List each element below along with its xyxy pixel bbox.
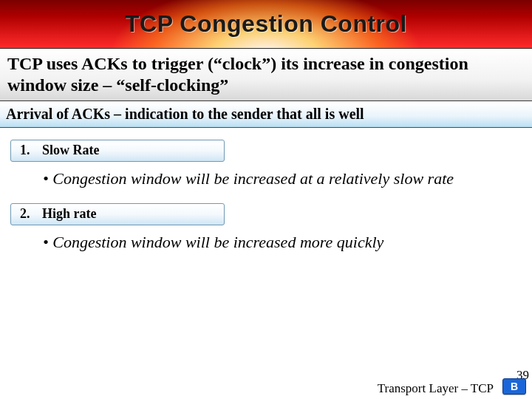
- list-item-2: 2. High rate: [10, 203, 225, 225]
- intro-text: TCP uses ACKs to trigger (“clock”) its i…: [7, 53, 525, 96]
- item-label: High rate: [42, 206, 97, 221]
- item-bullet: • Congestion window will be increased at…: [10, 162, 522, 203]
- item-number: 1.: [20, 143, 39, 158]
- slide-title: TCP Congestion Control: [125, 10, 407, 38]
- footer-label: Transport Layer – TCP: [378, 381, 494, 396]
- item-number: 2.: [20, 206, 39, 222]
- item-label: Slow Rate: [42, 143, 100, 157]
- back-button[interactable]: B: [502, 378, 526, 395]
- subhead-text: Arrival of ACKs – indication to the send…: [6, 106, 526, 123]
- intro-block: TCP uses ACKs to trigger (“clock”) its i…: [0, 49, 532, 101]
- title-band: TCP Congestion Control: [0, 0, 532, 49]
- item-bullet: • Congestion window will be increased mo…: [10, 225, 522, 267]
- subhead-band: Arrival of ACKs – indication to the send…: [0, 103, 532, 128]
- content-area: 1. Slow Rate • Congestion window will be…: [0, 128, 532, 267]
- back-button-label: B: [511, 381, 518, 392]
- list-item-1: 1. Slow Rate: [10, 140, 225, 162]
